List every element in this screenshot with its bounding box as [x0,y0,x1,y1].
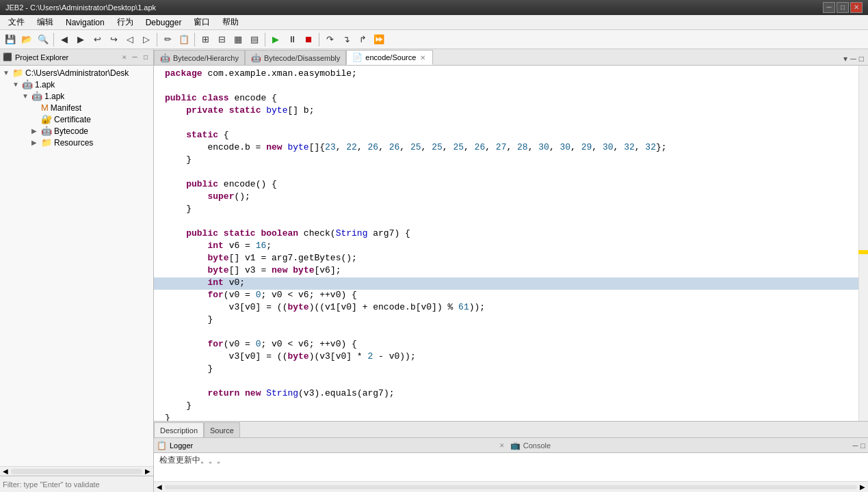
toolbar-grid2[interactable]: ⊟ [214,32,229,47]
tab-icon-source: 📄 [352,53,363,62]
pe-maximize-btn[interactable]: □ [141,53,150,62]
log-scroll-left[interactable]: ◀ [157,483,162,491]
code-line-17: byte[] v3 = new byte[v6]; [154,265,858,277]
toolbar-undo[interactable]: ↩ [90,32,105,47]
code-line-4: private static byte[] b; [154,105,858,118]
toolbar-left[interactable]: ◁ [122,32,137,47]
tree-item-cert[interactable]: 🔐 Certificate [0,113,153,125]
toolbar-run-to[interactable]: ⏩ [371,32,386,47]
tab-label-hierarchy: Bytecode/Hierarchy [173,54,239,62]
left-panel-scrollbar[interactable]: ◀ ▶ [0,466,153,476]
toolbar-copy[interactable]: 📋 [176,32,192,47]
code-line-19: for(v0 = 0; v0 < v6; ++v0) { [154,290,858,302]
menu-navigation[interactable]: Navigation [60,16,110,29]
code-line-12: } [154,204,858,216]
scroll-code[interactable]: package com.example.xman.easymobile; pub… [154,66,858,421]
log-scrollbar-track[interactable] [165,485,857,489]
code-line-7: encode.b = new byte[]{23, 22, 26, 26, 25… [154,142,858,154]
toolbar-debug-stop[interactable]: ⏹ [301,32,316,47]
menu-window[interactable]: 窗口 [188,15,215,29]
code-scroll-marker[interactable] [858,66,868,421]
scroll-left-btn[interactable]: ◀ [0,467,11,475]
toolbar-right[interactable]: ▷ [139,32,154,47]
menu-help[interactable]: 帮助 [217,15,244,29]
bytecode-icon: 🤖 [41,126,52,136]
toolbar-open[interactable]: 📂 [19,32,34,47]
log-maximize-btn[interactable]: □ [860,441,865,450]
resources-icon: 📁 [41,137,52,148]
tab-ctrl-minimize[interactable]: ─ [849,53,858,65]
tab-label-disassembly: Bytecode/Disassembly [264,54,340,62]
code-line-21: } [154,314,858,327]
maximize-btn[interactable]: □ [837,2,849,13]
toolbar-sep-1 [53,33,54,46]
toolbar-sep-3 [194,33,195,46]
tree-label-root: C:\Users\Administrator\Desk [25,68,129,78]
menu-action[interactable]: 行为 [111,15,139,29]
code-line-8: } [154,154,858,167]
scroll-right-btn[interactable]: ▶ [142,467,153,475]
close-btn[interactable]: ✕ [850,2,863,13]
toolbar-save[interactable]: 💾 [3,32,18,47]
toolbar-step-over[interactable]: ↷ [322,32,337,47]
code-line-23: for(v0 = 0; v0 < v6; ++v0) { [154,339,858,351]
title-text: JEB2 - C:\Users\Administrator\Desktop\1.… [5,3,156,12]
expand-apk2: ▼ [22,92,31,100]
toolbar-search[interactable]: 🔍 [36,32,51,47]
tab-bar: 🤖 Bytecode/Hierarchy 🤖 Bytecode/Disassem… [154,49,868,66]
tree-item-bytecode[interactable]: ▶ 🤖 Bytecode [0,125,153,137]
code-line-27: return new String(v3).equals(arg7); [154,388,858,400]
toolbar-sep-4 [265,33,265,46]
expand-apk1: ▼ [12,81,22,88]
tree-label-apk1: 1.apk [35,80,55,90]
menu-file[interactable]: 文件 [3,15,30,29]
toolbar-debug-pause[interactable]: ⏸ [285,32,300,47]
tree-item-apk1[interactable]: ▼ 🤖 1.apk [0,79,153,90]
log-scroll-right[interactable]: ▶ [860,483,865,491]
tab-close-source[interactable]: ✕ [419,53,427,62]
toolbar-fwd[interactable]: ▶ [73,32,88,47]
console-icon: 📺 [510,441,521,450]
toolbar-back[interactable]: ◀ [57,32,72,47]
tree-item-resources[interactable]: ▶ 📁 Resources [0,137,153,148]
tab-bytecode-hierarchy[interactable]: 🤖 Bytecode/Hierarchy [154,50,245,65]
tab-ctrl-maximize[interactable]: □ [858,53,865,65]
tab-ctrl-menu[interactable]: ▾ [842,53,849,65]
expand-bytecode: ▶ [31,127,41,135]
toolbar-step-out[interactable]: ↱ [355,32,370,47]
logger-title: Logger [170,441,497,450]
bottom-tab-description[interactable]: Description [154,422,204,437]
tab-bytecode-disassembly[interactable]: 🤖 Bytecode/Disassembly [245,50,346,65]
toolbar-step-in[interactable]: ↴ [339,32,354,47]
logger-icon: 📋 [157,441,167,450]
code-line-blank2 [154,118,858,130]
bottom-tab-source[interactable]: Source [204,422,240,437]
code-line-3: public class encode { [154,93,858,105]
code-line-1: package com.example.xman.easymobile; [154,68,858,81]
tree-label-bytecode: Bytecode [54,126,88,136]
code-area: package com.example.xman.easymobile; pub… [154,66,858,421]
main-layout: ⬛ Project Explorer ✕ ─ □ ▼ 📁 C:\Users\Ad… [0,49,868,492]
title-controls: ─ □ ✕ [823,2,863,13]
minimize-btn[interactable]: ─ [823,2,835,13]
code-line-10: public encode() { [154,179,858,191]
expand-manifest [31,104,41,111]
toolbar-grid4[interactable]: ▤ [247,32,262,47]
pe-minimize-btn[interactable]: ─ [130,53,140,62]
scroll-track[interactable] [11,469,142,474]
log-minimize-btn[interactable]: ─ [853,441,858,450]
tree-item-apk2[interactable]: ▼ 🤖 1.apk [0,90,153,102]
toolbar-redo[interactable]: ↪ [106,32,121,47]
filter-input[interactable] [3,480,150,489]
toolbar-debug-run[interactable]: ▶ [268,32,283,47]
tree-label-apk2: 1.apk [44,92,64,101]
toolbar-grid3[interactable]: ▦ [231,32,246,47]
toolbar-grid1[interactable]: ⊞ [198,32,213,47]
menu-edit[interactable]: 编辑 [31,15,59,29]
log-bottom-bar: ◀ ▶ [154,481,868,492]
menu-debugger[interactable]: Debugger [140,16,187,29]
tree-item-manifest[interactable]: M Manifest [0,102,153,113]
tab-encode-source[interactable]: 📄 encode/Source ✕ [346,50,433,65]
toolbar-edit[interactable]: ✏ [160,32,175,47]
tree-item-root[interactable]: ▼ 📁 C:\Users\Administrator\Desk [0,67,153,79]
